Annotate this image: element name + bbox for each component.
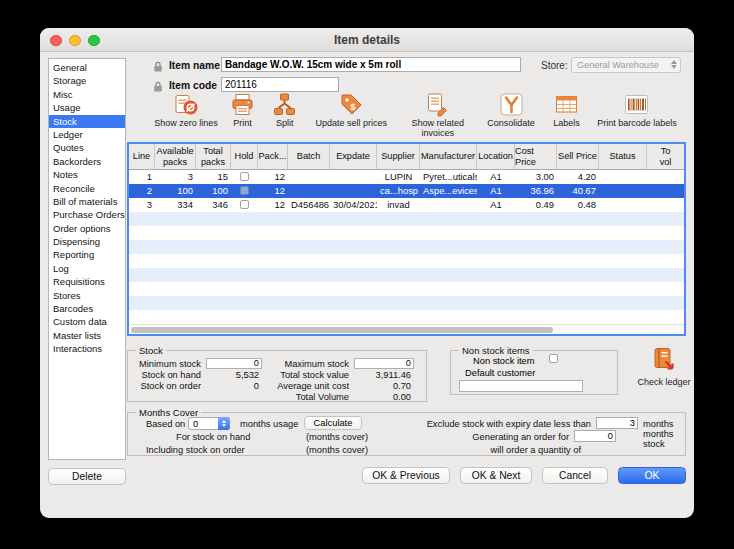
generating-order-label: Generating an order for [472, 432, 569, 442]
stepper-icon[interactable] [218, 417, 230, 430]
sidebar-item-purchase-orders[interactable]: Purchase Orders [49, 208, 125, 221]
labels-label: Labels [553, 118, 580, 128]
col-header-batch[interactable]: Batch [288, 144, 330, 169]
col-header-manufacturer[interactable]: Manufacturer [420, 144, 477, 169]
calculate-button[interactable]: Calculate [304, 416, 362, 430]
cell-line: 1 [129, 170, 155, 184]
cell-cost-price: 36.96 [515, 184, 557, 198]
sidebar-item-master-lists[interactable]: Master lists [49, 329, 125, 342]
cell-available: 100 [155, 184, 196, 198]
item-name-input[interactable]: Bandage W.O.W. 15cm wide x 5m roll [221, 57, 521, 72]
minimum-stock-input[interactable]: 0 [206, 358, 262, 369]
sidebar-item-barcodes[interactable]: Barcodes [49, 302, 125, 315]
sidebar-item-dispensing[interactable]: Dispensing [49, 235, 125, 248]
show-zero-lines-button[interactable]: Show zero lines [152, 92, 220, 128]
col-header-cost-price[interactable]: Cost Price [515, 144, 557, 169]
col-header-total-volume[interactable]: Tovol [647, 144, 684, 169]
table-row-empty [129, 296, 684, 310]
show-related-invoices-button[interactable]: Show related invoices [398, 92, 478, 138]
col-header-sell-price[interactable]: Sell Price [557, 144, 599, 169]
item-name-label: Item name [169, 60, 220, 71]
hold-checkbox[interactable] [240, 186, 249, 195]
show-zero-lines-label: Show zero lines [154, 118, 218, 128]
consolidate-label: Consolidate [487, 118, 535, 128]
horizontal-scrollbar-thumb[interactable] [131, 327, 553, 334]
sidebar-item-general[interactable]: General [49, 61, 125, 74]
labels-button[interactable]: Labels [545, 92, 589, 128]
sidebar-item-bill-of-materials[interactable]: Bill of materials [49, 195, 125, 208]
will-order-label: will order a quantity of [491, 445, 581, 455]
update-sell-prices-button[interactable]: $ Update sell prices [306, 92, 396, 128]
maximum-stock-input[interactable]: 0 [354, 358, 414, 369]
horizontal-scrollbar[interactable] [129, 324, 684, 334]
consolidate-button[interactable]: Consolidate [479, 92, 543, 128]
col-header-supplier[interactable]: Supplier [377, 144, 420, 169]
col-header-line[interactable]: Line [129, 144, 155, 169]
sidebar-item-stores[interactable]: Stores [49, 289, 125, 302]
sidebar-item-reporting[interactable]: Reporting [49, 248, 125, 261]
table-row-3[interactable]: 3 334 346 12 D456486 30/04/2021 invad A1… [129, 198, 684, 212]
ok-next-button[interactable]: OK & Next [460, 467, 532, 484]
sidebar-item-notes[interactable]: Notes [49, 168, 125, 181]
sidebar-item-stock[interactable]: Stock [49, 115, 125, 128]
close-button[interactable] [50, 35, 62, 47]
cell-expdate: 30/04/2021 [330, 198, 377, 212]
col-header-pack[interactable]: Pack... [258, 144, 288, 169]
print-barcode-labels-button[interactable]: Print barcode labels [590, 92, 684, 128]
col-header-status[interactable]: Status [599, 144, 647, 169]
sidebar-item-storage[interactable]: Storage [49, 74, 125, 87]
sidebar-item-requisitions[interactable]: Requisitions [49, 275, 125, 288]
cell-sell-price: 4.20 [557, 170, 599, 184]
table-row-1[interactable]: 1 3 15 12 LUPIN Pyret...uticals A1 3.00 … [129, 170, 684, 184]
col-header-hold[interactable]: Hold [231, 144, 258, 169]
generating-order-input[interactable]: 0 [574, 430, 616, 442]
sidebar-item-interactions[interactable]: Interactions [49, 342, 125, 355]
table-row-2-selected[interactable]: 2 100 100 12 ca...hosp Aspe...evices A1 … [129, 184, 684, 198]
item-code-input[interactable]: 201116 [221, 77, 339, 92]
cell-supplier: LUPIN [377, 170, 420, 184]
sidebar-item-custom-data[interactable]: Custom data [49, 315, 125, 328]
sidebar-item-backorders[interactable]: Backorders [49, 155, 125, 168]
cell-total-volume [647, 198, 684, 212]
sidebar-item-reconcile[interactable]: Reconcile [49, 182, 125, 195]
show-zero-lines-icon [174, 92, 199, 117]
exclude-expiry-input[interactable]: 3 [596, 417, 638, 429]
cell-sell-price: 0.48 [557, 198, 599, 212]
non-stock-item-checkbox[interactable] [549, 354, 558, 363]
sidebar-item-usage[interactable]: Usage [49, 101, 125, 114]
non-stock-items-title: Non stock items [459, 345, 533, 356]
table-row-empty [129, 282, 684, 296]
sidebar-item-quotes[interactable]: Quotes [49, 141, 125, 154]
zoom-button[interactable] [88, 35, 100, 47]
cell-total-volume [647, 184, 684, 198]
col-header-available-packs[interactable]: Availablepacks [155, 144, 196, 169]
print-button[interactable]: Print [221, 92, 263, 128]
default-customer-label: Default customer [465, 368, 535, 378]
sidebar-item-ledger[interactable]: Ledger [49, 128, 125, 141]
col-header-expdate[interactable]: Expdate [330, 144, 377, 169]
table-body: 1 3 15 12 LUPIN Pyret...uticals A1 3.00 … [129, 170, 684, 324]
ok-button[interactable]: OK [618, 467, 686, 484]
check-ledger-button[interactable]: Check ledger [634, 346, 694, 387]
cell-hold [231, 170, 258, 184]
col-header-location[interactable]: Location [477, 144, 515, 169]
store-select-arrows-icon [671, 60, 677, 69]
item-name-lock-icon [153, 59, 163, 77]
table-row-empty [129, 240, 684, 254]
split-button[interactable]: Split [265, 92, 305, 128]
delete-button[interactable]: Delete [48, 468, 126, 485]
sidebar-item-order-options[interactable]: Order options [49, 222, 125, 235]
show-related-invoices-icon [425, 92, 450, 117]
minimize-button[interactable] [69, 35, 81, 47]
sidebar-item-log[interactable]: Log [49, 262, 125, 275]
ok-previous-button[interactable]: OK & Previous [362, 467, 450, 484]
exclude-expiry-unit: months [643, 419, 674, 429]
sidebar-item-misc[interactable]: Misc [49, 88, 125, 101]
default-customer-input[interactable] [459, 380, 583, 392]
based-on-select[interactable]: 0 [188, 417, 230, 430]
col-header-total-packs[interactable]: Totalpacks [196, 144, 231, 169]
hold-checkbox[interactable] [240, 200, 249, 209]
cancel-button[interactable]: Cancel [542, 467, 608, 484]
barcode-icon [624, 92, 649, 117]
hold-checkbox[interactable] [240, 172, 249, 181]
